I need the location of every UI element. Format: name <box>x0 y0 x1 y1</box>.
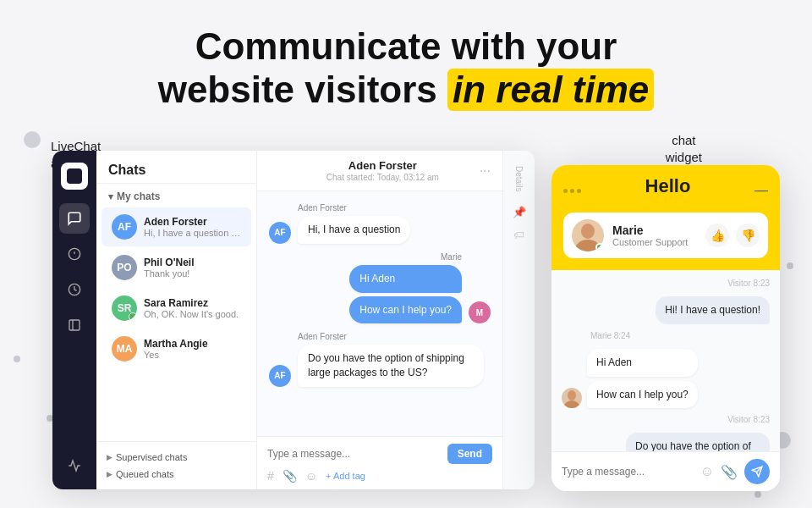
agent-avatar <box>572 219 604 251</box>
hero-highlighted-text: in real time <box>447 69 654 112</box>
chat-preview-sara: Oh, OK. Now It's good. <box>144 309 241 319</box>
msg-content-1: Aden Forster Hi, I have a question <box>298 203 410 244</box>
widget-attach-icon[interactable]: 📎 <box>721 464 738 480</box>
avatar-phil: PO <box>112 255 137 280</box>
wm-row-3: Do you have the option of shipping large… <box>562 433 770 451</box>
detail-tag-icon: 🏷 <box>513 229 524 241</box>
chat-input-area: Send # 📎 ☺ + Add tag <box>257 436 502 489</box>
analytics-icon <box>68 459 81 472</box>
msg-sender-1: Aden Forster <box>298 203 410 213</box>
wm-bubble-visitor-1: Hi! I have a question! <box>656 296 770 324</box>
chat-preview-aden: Hi, I have a question about... <box>144 228 241 238</box>
hero-plain-text: website visitors <box>158 69 447 110</box>
chat-list: AF Aden Forster Hi, I have a question ab… <box>96 206 256 441</box>
toolbar-attach-icon[interactable]: 📎 <box>283 469 297 483</box>
hero-section: Communicate with your website visitors i… <box>110 25 702 111</box>
chat-name-phil: Phil O'Neil <box>144 257 241 268</box>
msg-avatar-marie: M <box>469 301 491 323</box>
chat-input[interactable] <box>267 448 441 460</box>
hero-title-line2: website visitors in real time <box>110 69 702 112</box>
send-button[interactable]: Send <box>447 444 492 464</box>
msg-sender-3: Aden Forster <box>298 332 484 341</box>
chats-icon <box>67 211 82 226</box>
chat-preview-phil: Thank you! <box>144 268 241 279</box>
svg-point-5 <box>581 224 595 239</box>
sidebar-item-chats[interactable] <box>59 203 90 234</box>
chat-info-martha: Martha Angie Yes <box>144 338 241 360</box>
widget-send-button[interactable] <box>744 459 770 484</box>
wm-bubble-agent-2: How can I help you? <box>587 381 698 409</box>
wm-time-2: Marie 8:24 <box>590 331 770 340</box>
msg-bubble-1: Hi, I have a question <box>298 216 410 244</box>
widget-header-top: Hello — <box>563 175 768 206</box>
queued-chats-item[interactable]: Queued chats <box>107 466 246 483</box>
chat-item-phil[interactable]: PO Phil O'Neil Thank you! <box>102 248 251 287</box>
agent-card: Marie Customer Support 👍 👎 <box>563 213 768 258</box>
agent-info: Marie Customer Support <box>612 224 688 247</box>
sidebar-item-reports[interactable] <box>59 239 90 269</box>
widget-minimize-button[interactable]: — <box>754 184 768 197</box>
chat-header-info: Aden Forster Chat started: Today, 03:12 … <box>326 159 439 182</box>
widget-dot-3 <box>577 189 581 193</box>
widget-messages: Visitor 8:23 Hi! I have a question! Mari… <box>551 270 780 451</box>
agent-msg-group: Hi Aden How can I help you? <box>587 349 698 409</box>
toolbar-emoji-icon[interactable]: ☺ <box>305 469 317 483</box>
chat-name-martha: Martha Angie <box>144 338 241 350</box>
chat-widget: Hello — Marie Customer Support 👍 👎 <box>551 165 780 491</box>
chat-item-martha[interactable]: MA Martha Angie Yes <box>102 329 251 368</box>
sidebar-item-analytics[interactable] <box>59 450 90 481</box>
wm-time-1: Visitor 8:23 <box>562 279 770 288</box>
chats-panel: Chats My chats AF Aden Forster Hi, I hav… <box>96 151 257 489</box>
chat-header-name: Aden Forster <box>326 159 439 172</box>
chat-main: Aden Forster Chat started: Today, 03:12 … <box>257 151 502 489</box>
chat-info-phil: Phil O'Neil Thank you! <box>144 257 241 279</box>
msg-bubble-2: Hi Aden <box>349 265 462 293</box>
online-badge-sara <box>129 312 137 321</box>
more-options-button[interactable]: ··· <box>480 163 491 179</box>
history-icon <box>68 283 81 296</box>
chat-info-aden: Aden Forster Hi, I have a question about… <box>144 216 241 238</box>
wm-bubble-visitor-2: Do you have the option of shipping large… <box>626 433 770 451</box>
msg-avatar-aden-1: AF <box>269 222 291 244</box>
chats-panel-header: Chats <box>96 151 256 184</box>
chat-info-sara: Sara Ramirez Oh, OK. Now It's good. <box>144 297 241 319</box>
widget-label: chatwidget <box>666 132 702 165</box>
wm-time-3: Visitor 8:23 <box>562 415 770 424</box>
thumbs-down-button[interactable]: 👎 <box>736 224 760 247</box>
detail-label: Details <box>514 166 524 192</box>
chat-item-aden[interactable]: AF Aden Forster Hi, I have a question ab… <box>102 207 251 246</box>
visitors-icon <box>68 318 81 332</box>
thumbs-up-button[interactable]: 👍 <box>705 224 729 247</box>
widget-emoji-icon[interactable]: ☺ <box>700 464 714 479</box>
app-window: Chats My chats AF Aden Forster Hi, I hav… <box>52 151 535 489</box>
msg-content-2: Marie Hi Aden How can I help you? <box>349 252 462 324</box>
widget-footer-icons: ☺ 📎 <box>700 464 738 480</box>
detail-pin-icon: 📌 <box>513 206 526 218</box>
widget-hello: Hello <box>645 175 691 197</box>
wm-agent-avatar-img <box>562 388 582 408</box>
chat-preview-martha: Yes <box>144 350 241 360</box>
widget-dots <box>563 189 581 193</box>
toolbar-hash-icon[interactable]: # <box>267 469 274 483</box>
msg-avatar-aden-2: AF <box>269 365 291 387</box>
my-chats-label: My chats <box>96 184 256 206</box>
send-icon <box>751 466 763 478</box>
widget-input[interactable] <box>562 466 694 478</box>
chats-footer: Supervised chats Queued chats <box>96 441 256 489</box>
agent-role: Customer Support <box>612 237 688 247</box>
add-tag-button[interactable]: + Add tag <box>326 471 365 481</box>
wm-row-1: Hi! I have a question! <box>562 296 770 324</box>
chat-item-sara[interactable]: SR Sara Ramirez Oh, OK. Now It's good. <box>102 289 251 328</box>
msg-content-3: Aden Forster Do you have the option of s… <box>298 332 484 387</box>
msg-group-3: AF Aden Forster Do you have the option o… <box>269 332 491 387</box>
wm-agent-avatar <box>562 388 582 408</box>
supervised-chats-item[interactable]: Supervised chats <box>107 449 246 466</box>
sidebar-item-visitors[interactable] <box>59 310 90 340</box>
widget-header: Hello — Marie Customer Support 👍 👎 <box>551 165 780 270</box>
chat-name-sara: Sara Ramirez <box>144 297 241 309</box>
wm-row-2: Hi Aden How can I help you? <box>562 349 770 409</box>
sidebar-item-history[interactable] <box>59 274 90 305</box>
avatar-martha: MA <box>112 336 137 362</box>
svg-point-8 <box>563 400 580 408</box>
reports-icon <box>68 247 81 261</box>
